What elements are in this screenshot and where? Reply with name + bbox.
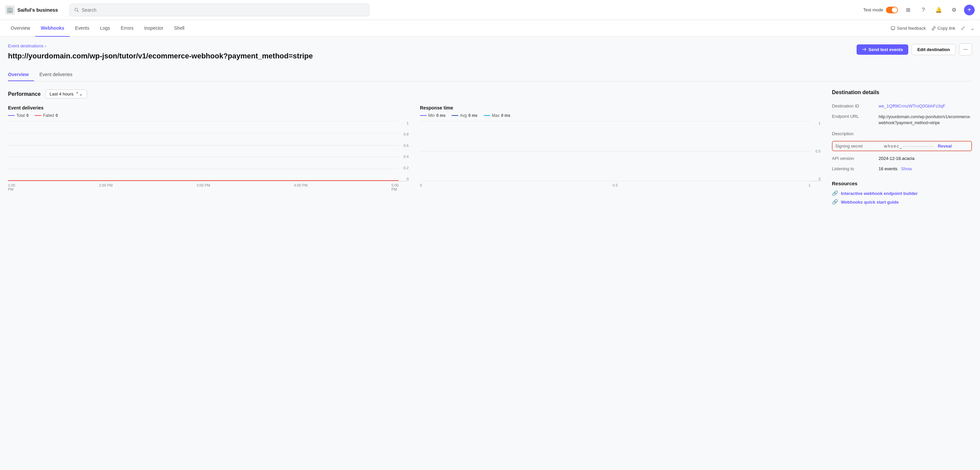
legend-failed: Failed 0: [35, 113, 58, 118]
event-deliveries-chart-area: 1 0.8 0.6 0.4 0.2 0: [8, 121, 409, 181]
event-deliveries-x-labels: 1:00PM 2:00 PM 3:00 PM 4:00 PM 5:00PM: [8, 183, 409, 191]
send-test-events-button[interactable]: Send test events: [857, 45, 908, 55]
response-time-label: Response time: [420, 105, 821, 110]
page-title: http://yourdomain.com/wp-json/tutor/v1/e…: [8, 52, 313, 61]
response-time-chart-area: 1 0.5 0: [420, 121, 821, 181]
show-events-link[interactable]: Show: [901, 166, 912, 171]
chevron-down-icon[interactable]: ⌄: [970, 25, 975, 31]
tab-overview[interactable]: Overview: [5, 20, 35, 37]
add-button[interactable]: +: [964, 5, 975, 15]
subtab-overview[interactable]: Overview: [8, 69, 34, 81]
quick-start-guide-link[interactable]: 🔗 Webhooks quick start guide: [832, 199, 972, 205]
tab-events[interactable]: Events: [70, 20, 95, 37]
svg-line-1: [77, 11, 78, 12]
chart-y-labels-rt: 1 0.5 0: [811, 121, 821, 181]
topbar-actions: Test mode ⊞ ? 🔔 ⚙ +: [863, 5, 975, 15]
test-mode-toggle[interactable]: [886, 7, 898, 13]
select-chevron-icon: ⌃⌄: [75, 91, 83, 96]
edit-destination-button[interactable]: Edit destination: [912, 44, 956, 55]
destination-details-section: Destination details Destination ID we_1Q…: [832, 89, 972, 208]
tab-inspector[interactable]: Inspector: [139, 20, 169, 37]
red-baseline: [8, 180, 399, 181]
legend-line-total: [8, 115, 15, 116]
resources-title: Resources: [832, 181, 972, 186]
chevron-right-icon: ›: [45, 43, 46, 48]
header-buttons: Send test events Edit destination ···: [857, 43, 972, 56]
link-icon: [931, 26, 936, 31]
more-options-button[interactable]: ···: [959, 43, 972, 56]
endpoint-url-row: Endpoint URL http://yourdomain.com/wp-js…: [832, 111, 972, 129]
performance-header: Performance Last 4 hours ⌃⌄: [8, 89, 821, 99]
topbar: 🏢 Saiful's business Test mode ⊞ ? 🔔 ⚙ +: [0, 0, 980, 20]
help-icon-button[interactable]: ?: [918, 5, 929, 15]
chart-grid-rt: [420, 121, 811, 181]
reveal-button[interactable]: Reveal: [938, 143, 951, 148]
legend-max: Max 0 ms: [484, 113, 510, 118]
builder-link-icon: 🔗: [832, 190, 838, 196]
brand-name: Saiful's business: [18, 7, 58, 13]
charts-section: Performance Last 4 hours ⌃⌄ Event delive…: [8, 89, 821, 208]
search-input[interactable]: [82, 7, 364, 13]
main-content: Event destinations › http://yourdomain.c…: [0, 37, 980, 214]
signing-secret-value: whsec_················· Reveal: [884, 143, 951, 148]
send-feedback-link[interactable]: Send feedback: [891, 26, 926, 31]
search-icon: [75, 8, 79, 12]
notifications-icon-button[interactable]: 🔔: [933, 5, 944, 15]
subtab-event-deliveries[interactable]: Event deliveries: [39, 69, 78, 81]
tab-webhooks[interactable]: Webhooks: [35, 20, 70, 37]
signing-secret-label: Signing secret: [835, 143, 878, 148]
signing-secret-row: Signing secret whsec_················· R…: [832, 141, 972, 151]
nav-tabs: Overview Webhooks Events Logs Errors Ins…: [0, 20, 980, 37]
legend-min: Min 0 ms: [420, 113, 445, 118]
settings-icon-button[interactable]: ⚙: [949, 5, 959, 15]
description-row: Description: [832, 129, 972, 139]
event-deliveries-chart: Event deliveries Total 0 Failed 0: [8, 105, 409, 191]
destination-id-link[interactable]: we_1Qff9tCrmzWTroQ0GbhFz3qF: [878, 104, 945, 108]
chart-y-labels: 1 0.8 0.6 0.4 0.2 0: [399, 121, 409, 181]
interactive-builder-link[interactable]: 🔗 Interactive webhook endpoint builder: [832, 190, 972, 196]
response-time-chart: Response time Min 0 ms Avg 0 ms: [420, 105, 821, 191]
response-time-x-labels: 0 0.5 1: [420, 183, 821, 187]
destination-details-table: Destination ID we_1Qff9tCrmzWTroQ0GbhFz3…: [832, 101, 972, 139]
api-version-value: 2024-12-18.acacia: [878, 153, 972, 164]
brand: 🏢 Saiful's business: [5, 5, 65, 15]
legend-line-failed: [35, 115, 41, 116]
legend-line-max: [484, 115, 490, 116]
expand-icon[interactable]: ⤢: [961, 25, 965, 31]
destination-id-label: Destination ID: [832, 101, 878, 111]
listening-to-value: 16 events Show: [878, 164, 972, 174]
content-row: Performance Last 4 hours ⌃⌄ Event delive…: [8, 89, 972, 208]
search-bar[interactable]: [69, 4, 369, 16]
description-value: [878, 129, 972, 139]
performance-title: Performance: [8, 91, 41, 97]
event-deliveries-legend: Total 0 Failed 0: [8, 113, 409, 118]
tab-shell[interactable]: Shell: [169, 20, 190, 37]
listening-to-label: Listening to: [832, 164, 878, 174]
endpoint-url-value: http://yourdomain.com/wp-json/tutor/v1/e…: [878, 111, 972, 129]
copy-link-link[interactable]: Copy link: [931, 26, 955, 31]
chart-grid: [8, 121, 399, 181]
send-icon: [862, 47, 867, 52]
feedback-icon: [891, 26, 895, 31]
endpoint-url-label: Endpoint URL: [832, 111, 878, 129]
api-version-label: API version: [832, 153, 878, 164]
destination-id-row: Destination ID we_1Qff9tCrmzWTroQ0GbhFz3…: [832, 101, 972, 111]
tab-logs[interactable]: Logs: [95, 20, 115, 37]
destination-details-title: Destination details: [832, 89, 972, 96]
page-header-row: Event destinations › http://yourdomain.c…: [8, 43, 972, 66]
description-label: Description: [832, 129, 878, 139]
destination-id-value: we_1Qff9tCrmzWTroQ0GbhFz3qF: [878, 101, 972, 111]
test-mode-label: Test mode: [863, 7, 898, 13]
legend-line-min: [420, 115, 426, 116]
legend-line-avg: [452, 115, 458, 116]
tab-errors[interactable]: Errors: [115, 20, 139, 37]
breadcrumb[interactable]: Event destinations ›: [8, 43, 313, 48]
event-deliveries-label: Event deliveries: [8, 105, 409, 110]
subtabs: Overview Event deliveries: [8, 69, 972, 81]
destination-details-table-2: API version 2024-12-18.acacia Listening …: [832, 153, 972, 174]
listening-to-row: Listening to 16 events Show: [832, 164, 972, 174]
legend-total: Total 0: [8, 113, 29, 118]
grid-icon-button[interactable]: ⊞: [903, 5, 913, 15]
toggle-knob: [892, 7, 897, 13]
time-range-select[interactable]: Last 4 hours ⌃⌄: [45, 89, 88, 99]
